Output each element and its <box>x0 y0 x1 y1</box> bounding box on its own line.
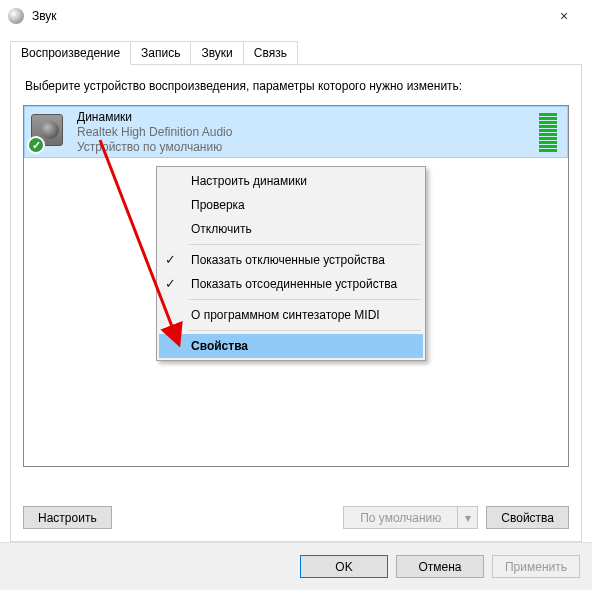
close-button[interactable]: × <box>544 8 584 24</box>
chevron-down-icon[interactable]: ▾ <box>457 507 477 528</box>
dialog-footer: OK Отмена Применить <box>0 542 592 590</box>
titlebar: Звук × <box>0 0 592 32</box>
set-default-label: По умолчанию <box>344 511 457 525</box>
instruction-text: Выберите устройство воспроизведения, пар… <box>25 79 569 93</box>
window-title: Звук <box>32 9 544 23</box>
context-menu[interactable]: Настроить динамики Проверка Отключить ✓П… <box>156 166 426 361</box>
check-icon: ✓ <box>165 276 176 291</box>
configure-button[interactable]: Настроить <box>23 506 112 529</box>
tab-sounds[interactable]: Звуки <box>190 41 243 65</box>
check-icon: ✓ <box>165 252 176 267</box>
device-status: Устройство по умолчанию <box>77 140 529 155</box>
device-name: Динамики <box>77 110 529 125</box>
sound-icon <box>8 8 24 24</box>
ctx-properties[interactable]: Свойства <box>159 334 423 358</box>
default-badge-icon: ✓ <box>27 136 45 154</box>
ctx-test[interactable]: Проверка <box>159 193 423 217</box>
ctx-about-midi[interactable]: О программном синтезаторе MIDI <box>159 303 423 327</box>
ctx-separator <box>189 244 421 245</box>
ctx-show-disabled[interactable]: ✓Показать отключенные устройства <box>159 248 423 272</box>
tab-recording[interactable]: Запись <box>130 41 191 65</box>
apply-button[interactable]: Применить <box>492 555 580 578</box>
tab-playback[interactable]: Воспроизведение <box>10 41 131 65</box>
tab-communications[interactable]: Связь <box>243 41 298 65</box>
ctx-separator <box>189 330 421 331</box>
device-text: Динамики Realtek High Definition Audio У… <box>77 110 529 155</box>
panel-button-row: Настроить По умолчанию ▾ Свойства <box>23 506 569 529</box>
ok-button[interactable]: OK <box>300 555 388 578</box>
properties-button[interactable]: Свойства <box>486 506 569 529</box>
tab-strip: Воспроизведение Запись Звуки Связь <box>10 41 582 65</box>
ctx-configure-speakers[interactable]: Настроить динамики <box>159 169 423 193</box>
set-default-button[interactable]: По умолчанию ▾ <box>343 506 478 529</box>
ctx-disable[interactable]: Отключить <box>159 217 423 241</box>
ctx-separator <box>189 299 421 300</box>
speaker-icon: ✓ <box>31 114 67 150</box>
device-item-speakers[interactable]: ✓ Динамики Realtek High Definition Audio… <box>24 106 568 158</box>
volume-meter-icon <box>539 113 557 152</box>
cancel-button[interactable]: Отмена <box>396 555 484 578</box>
ctx-show-disconnected[interactable]: ✓Показать отсоединенные устройства <box>159 272 423 296</box>
device-driver: Realtek High Definition Audio <box>77 125 529 140</box>
